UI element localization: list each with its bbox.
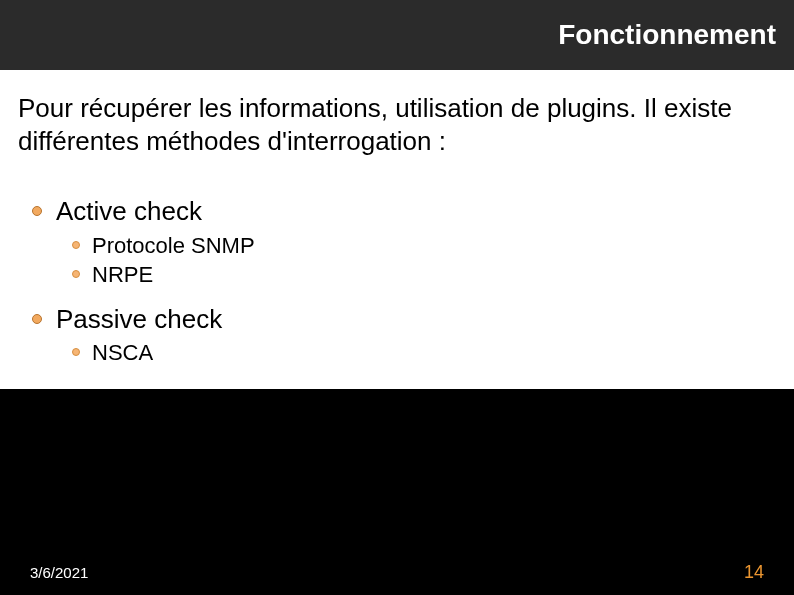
intro-text: Pour récupérer les informations, utilisa… [18,92,776,157]
list-item: NSCA [18,339,776,367]
slide-title: Fonctionnement [558,19,776,51]
sub-list: Protocole SNMP NRPE [18,232,776,289]
list-item-label: Passive check [56,303,222,336]
slide-content: Pour récupérer les informations, utilisa… [0,70,794,389]
list-item: NRPE [18,261,776,289]
footer-page-number: 14 [744,562,764,583]
list-item-label: NRPE [92,261,153,289]
bullet-icon [32,206,42,216]
footer-date: 3/6/2021 [30,564,88,581]
sub-list: NSCA [18,339,776,367]
list-item-label: NSCA [92,339,153,367]
list-item: Active check [18,195,776,228]
list-item-label: Protocole SNMP [92,232,255,260]
footer: 3/6/2021 14 [0,555,794,595]
bullet-icon [72,241,80,249]
bullet-list: Active check Protocole SNMP NRPE Passive… [18,195,776,367]
bullet-icon [72,348,80,356]
list-item: Passive check [18,303,776,336]
list-item-label: Active check [56,195,202,228]
list-item: Protocole SNMP [18,232,776,260]
header-bar: Fonctionnement [0,0,794,70]
bullet-icon [72,270,80,278]
bullet-icon [32,314,42,324]
